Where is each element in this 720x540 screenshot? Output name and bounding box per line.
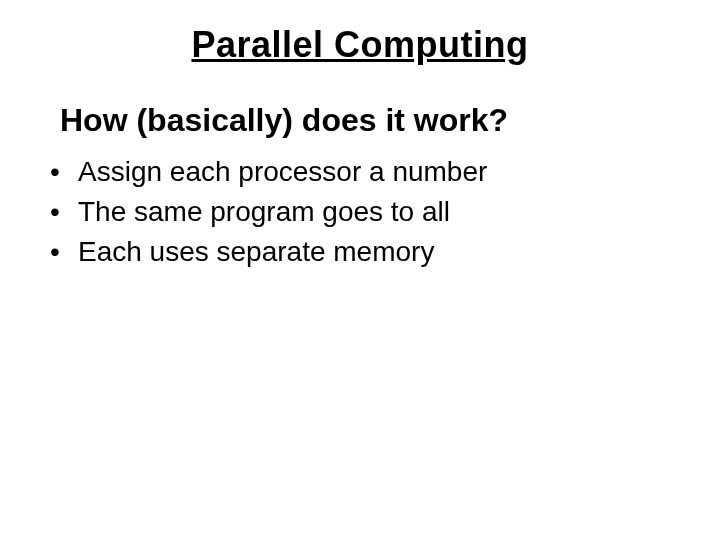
list-item: Assign each processor a number — [50, 153, 680, 191]
list-item: The same program goes to all — [50, 193, 680, 231]
slide-subtitle: How (basically) does it work? — [60, 102, 680, 139]
list-item: Each uses separate memory — [50, 233, 680, 271]
bullet-list: Assign each processor a number The same … — [50, 153, 680, 270]
slide-title: Parallel Computing — [40, 24, 680, 66]
